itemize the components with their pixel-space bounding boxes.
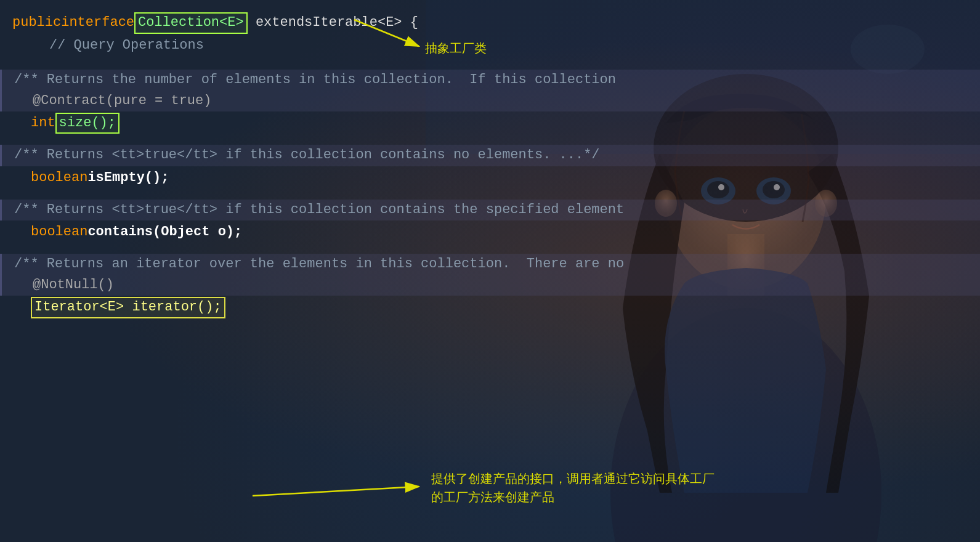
annotation-abstract-factory: 抽象工厂类: [425, 40, 487, 57]
boolean-keyword-1: boolean: [31, 168, 87, 188]
code-line-size: int size();: [0, 113, 980, 134]
extends-keyword: extends: [248, 12, 313, 33]
keyword-interface: interface: [61, 12, 134, 33]
contains-method: contains(Object o);: [87, 222, 242, 243]
code-block-isempty-comment: /** Returns <tt>true</tt> if this collec…: [0, 145, 980, 166]
iterable-class: Iterable<E> {: [312, 12, 418, 33]
code-block-annotation-2: @NotNull(): [0, 275, 980, 296]
int-keyword: int: [31, 113, 55, 134]
isempty-method: isEmpty();: [87, 168, 169, 188]
code-line-isempty: boolean isEmpty();: [0, 168, 980, 188]
isempty-javadoc: /** Returns <tt>true</tt> if this collec…: [14, 145, 600, 166]
code-block-iterator-comment: /** Returns an iterator over the element…: [0, 254, 980, 275]
spacer-2: [0, 134, 980, 145]
code-line-comment: // Query Operations: [37, 35, 980, 56]
iterator-method-box: Iterator<E> iterator();: [31, 297, 225, 318]
code-line-contains: boolean contains(Object o);: [0, 222, 980, 243]
spacer-3: [0, 188, 980, 200]
size-method-box: size();: [55, 113, 119, 134]
code-block-contains-comment: /** Returns <tt>true</tt> if this collec…: [0, 200, 980, 220]
code-block-size-comment: /** Returns the number of elements in th…: [0, 70, 980, 91]
notnull-annotation: @NotNull(): [33, 275, 114, 296]
iterator-javadoc: /** Returns an iterator over the element…: [14, 254, 624, 275]
code-container: public interface Collection<E> extends I…: [0, 0, 980, 542]
code-block-annotation-1: @Contract(pure = true): [0, 91, 980, 111]
contains-javadoc: /** Returns <tt>true</tt> if this collec…: [14, 200, 624, 220]
code-line-iterator: Iterator<E> iterator();: [0, 297, 980, 318]
size-javadoc: /** Returns the number of elements in th…: [14, 70, 616, 91]
collection-class-box: Collection<E>: [134, 12, 248, 34]
spacer-4: [0, 243, 980, 254]
annotation-iterator-1: 提供了创建产品的接口，调用者通过它访问具体工厂 的工厂方法来创建产品: [431, 469, 715, 506]
spacer-1: [0, 59, 980, 70]
code-line-1: public interface Collection<E> extends I…: [0, 12, 980, 34]
contract-annotation: @Contract(pure = true): [33, 91, 211, 111]
keyword-public: public: [12, 12, 61, 33]
query-ops-comment: // Query Operations: [49, 35, 204, 56]
boolean-keyword-2: boolean: [31, 222, 87, 243]
